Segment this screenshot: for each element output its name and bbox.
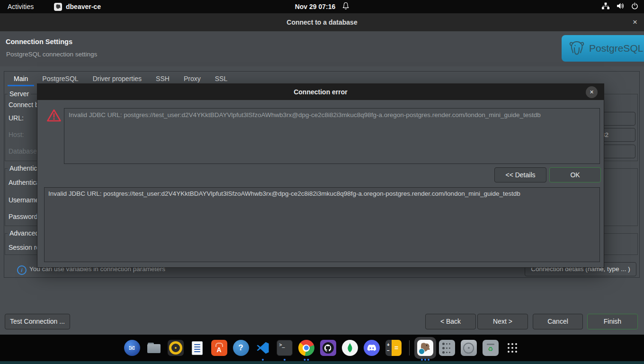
finish-button[interactable]: Finish bbox=[587, 314, 638, 329]
database-label: Database: bbox=[9, 147, 39, 155]
focused-app-menu[interactable]: dbeaver-ce bbox=[54, 0, 101, 13]
connection-error-dialog: Connection error × Invalid JDBC URL: pos… bbox=[37, 83, 604, 268]
volume-icon bbox=[617, 2, 624, 11]
running-indicator bbox=[262, 359, 264, 361]
system-tray[interactable] bbox=[602, 0, 638, 13]
dock-app-grid-icon[interactable] bbox=[504, 337, 521, 358]
dock-vscode-icon[interactable] bbox=[254, 337, 271, 358]
running-indicator bbox=[421, 359, 429, 361]
clock-label: Nov 29 07:16 bbox=[295, 3, 336, 10]
desktop-edge bbox=[0, 361, 644, 364]
focused-app-name: dbeaver-ce bbox=[66, 3, 101, 10]
network-icon bbox=[602, 2, 609, 11]
details-button[interactable]: << Details bbox=[494, 167, 546, 182]
activities-button[interactable]: Activities bbox=[8, 0, 34, 13]
error-dialog-title: Connection error bbox=[37, 84, 604, 100]
url-label: URL: bbox=[9, 114, 24, 122]
running-indicator bbox=[284, 359, 286, 361]
page-title: Connection Settings bbox=[6, 38, 72, 46]
postgresql-logo-text: PostgreSQL bbox=[589, 43, 643, 54]
window-title: Connect to a database bbox=[0, 13, 644, 31]
dock-calculator-icon[interactable]: +−= bbox=[385, 337, 402, 358]
advanced-group-label: Advanced bbox=[8, 229, 41, 237]
error-message-text: Invalid JDBC URL: postgres://test_user:d… bbox=[64, 109, 599, 121]
dock-dbeaver-icon[interactable] bbox=[417, 337, 434, 358]
warning-icon bbox=[46, 109, 62, 124]
postgresql-elephant-icon bbox=[567, 39, 586, 58]
dock-libreoffice-writer-icon[interactable] bbox=[189, 337, 206, 358]
next-button[interactable]: Next > bbox=[477, 314, 528, 329]
dock-thunderbird-icon[interactable]: ✉ bbox=[124, 337, 141, 358]
dock-rhythmbox-icon[interactable] bbox=[167, 337, 184, 358]
clock-area[interactable]: Nov 29 07:16 bbox=[295, 0, 349, 13]
page-subtitle: PostgreSQL connection settings bbox=[6, 51, 97, 58]
running-indicator bbox=[304, 359, 309, 361]
power-icon bbox=[631, 2, 638, 11]
host-label: Host: bbox=[9, 131, 24, 138]
dock-trash-icon[interactable]: ♻ bbox=[482, 337, 499, 358]
postgresql-logo: PostgreSQL bbox=[562, 35, 644, 62]
bell-icon bbox=[342, 2, 349, 11]
dock-chrome-icon[interactable] bbox=[298, 337, 315, 358]
dock-github-icon[interactable] bbox=[320, 337, 337, 358]
back-button[interactable]: < Back bbox=[425, 314, 476, 329]
dock-disks-icon[interactable] bbox=[460, 337, 477, 358]
test-connection-button[interactable]: Test Connection ... bbox=[5, 314, 70, 329]
dock-terminal-icon[interactable]: >_ bbox=[276, 337, 293, 358]
error-message-box: Invalid JDBC URL: postgres://test_user:d… bbox=[64, 108, 600, 164]
window-close-icon[interactable]: × bbox=[633, 13, 637, 31]
screen: Activities dbeaver-ce Nov 29 07:16 bbox=[0, 0, 644, 364]
dock-files-icon[interactable] bbox=[145, 337, 162, 358]
cancel-button[interactable]: Cancel bbox=[533, 314, 583, 329]
info-icon: i bbox=[17, 265, 27, 275]
dock-items: ✉A?>_+−=♻ bbox=[0, 336, 644, 360]
ok-button[interactable]: OK bbox=[549, 167, 601, 182]
username-label: Username: bbox=[9, 196, 41, 204]
wizard-header bbox=[0, 31, 644, 66]
dbeaver-mini-icon bbox=[54, 3, 62, 11]
dock-mongodb-icon[interactable] bbox=[341, 337, 358, 358]
dock-separator bbox=[409, 340, 410, 355]
tab-main[interactable]: Main bbox=[7, 72, 35, 86]
dock-help-icon[interactable]: ? bbox=[233, 337, 250, 358]
top-bar: Activities dbeaver-ce Nov 29 07:16 bbox=[0, 0, 644, 13]
dock-ubuntu-software-icon[interactable]: A bbox=[211, 337, 228, 358]
dock-discord-icon[interactable] bbox=[363, 337, 380, 358]
error-details-text: Invalid JDBC URL: postgres://test_user:d… bbox=[45, 188, 599, 200]
error-dialog-close-icon[interactable]: × bbox=[586, 86, 598, 98]
error-details-box[interactable]: Invalid JDBC URL: postgres://test_user:d… bbox=[44, 187, 600, 262]
dock-settings-list-icon[interactable] bbox=[438, 337, 456, 358]
password-label: Password: bbox=[9, 213, 39, 220]
server-group-label: Server bbox=[8, 90, 31, 98]
